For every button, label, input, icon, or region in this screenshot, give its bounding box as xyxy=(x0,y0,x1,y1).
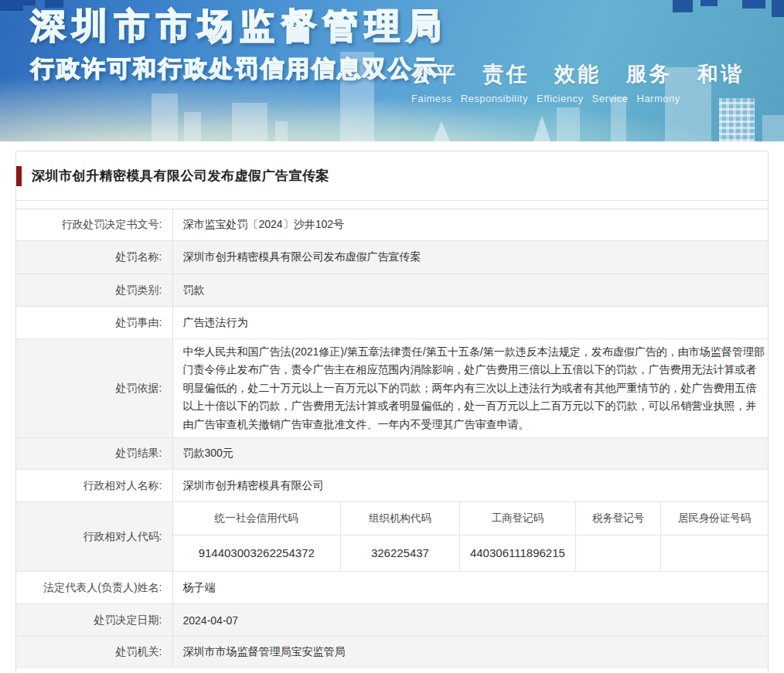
codes-value-row: 914403003262254372 326225437 44030611189… xyxy=(173,535,769,571)
slogan-chinese: 公平 责任 效能 服务 和谐 xyxy=(411,60,744,88)
header-banner: 深圳市市场监督管理局 行政许可和行政处罚信用信息双公示 公平 责任 效能 服务 … xyxy=(0,0,784,141)
table-row: 处罚决定日期: 2024-04-07 xyxy=(16,604,768,637)
codes-header-row: 统一社会信用代码 组织机构代码 工商登记码 税务登记号 居民身份证号码 xyxy=(173,502,769,535)
penalty-info-table: 行政处罚决定书文号: 深市监宝处罚〔2024〕沙井102号 处罚名称: 深圳市创… xyxy=(16,209,768,668)
decision-date-label: 处罚决定日期: xyxy=(16,604,172,637)
penalty-reason-value: 广告违法行为 xyxy=(172,307,768,339)
skyline-building xyxy=(184,112,201,141)
decision-date-value: 2024-04-07 xyxy=(172,604,768,637)
table-row: 行政相对人代码: 统一社会信用代码 组织机构代码 工商登记码 税务登记号 居民身… xyxy=(16,502,768,572)
party-name-value: 深圳市创升精密模具有限公司 xyxy=(172,470,768,502)
table-row: 处罚名称: 深圳市创升精密模具有限公司发布虚假广告宣传案 xyxy=(16,241,768,274)
table-row: 行政相对人名称: 深圳市创升精密模具有限公司 xyxy=(16,470,768,502)
credit-code-value: 914403003262254372 xyxy=(173,535,341,571)
skyline-building xyxy=(557,107,580,141)
authority-value: 深圳市市场监督管理局宝安监管局 xyxy=(172,637,768,668)
skyline-building xyxy=(275,121,288,141)
skyline-top-decoration xyxy=(0,0,23,11)
skyline-building-windows xyxy=(719,98,755,141)
penalty-type-label: 处罚类别: xyxy=(16,274,172,307)
spacer xyxy=(16,201,768,209)
table-row: 处罚机关: 深圳市市场监督管理局宝安监管局 xyxy=(16,637,768,668)
legal-rep-label: 法定代表人(负责人)姓名: xyxy=(16,572,172,604)
code-col-org-code: 组织机构代码 xyxy=(340,502,459,535)
party-name-label: 行政相对人名称: xyxy=(16,470,172,502)
skyline-top-decoration xyxy=(23,0,36,5)
penalty-basis-value: 中华人民共和国广告法(2021修正)/第五章法律责任/第五十五条/第一款违反本法… xyxy=(172,339,768,438)
party-codes-table: 统一社会信用代码 组织机构代码 工商登记码 税务登记号 居民身份证号码 9144… xyxy=(173,502,769,571)
penalty-result-label: 处罚结果: xyxy=(16,438,172,470)
code-col-tax-reg: 税务登记号 xyxy=(575,502,660,535)
skyline-top-decoration xyxy=(700,0,718,6)
skyline-building xyxy=(232,103,268,141)
skyline-tree xyxy=(533,115,551,141)
id-number-value xyxy=(660,535,768,571)
site-subtitle: 行政许可和行政处罚信用信息双公示 xyxy=(31,56,448,83)
slogan-english: Faimess Responsibility Efficiency Servic… xyxy=(411,93,744,104)
article-title-row: 深圳市创升精密模具有限公司发布虚假广告宣传案 xyxy=(16,151,768,201)
penalty-name-value: 深圳市创升精密模具有限公司发布虚假广告宣传案 xyxy=(172,241,768,274)
table-row: 行政处罚决定书文号: 深市监宝处罚〔2024〕沙井102号 xyxy=(16,209,768,241)
business-reg-value: 440306111896215 xyxy=(459,535,575,571)
party-codes-cell: 统一社会信用代码 组织机构代码 工商登记码 税务登记号 居民身份证号码 9144… xyxy=(172,502,768,572)
banner-slogan: 公平 责任 效能 服务 和谐 Faimess Responsibility Ef… xyxy=(411,60,744,104)
page-title: 深圳市创升精密模具有限公司发布虚假广告宣传案 xyxy=(32,167,329,185)
penalty-type-value: 罚款 xyxy=(172,274,768,307)
doc-no-value: 深市监宝处罚〔2024〕沙井102号 xyxy=(172,209,768,241)
code-col-id-number: 居民身份证号码 xyxy=(660,502,768,535)
org-code-value: 326225437 xyxy=(340,535,459,571)
legal-rep-value: 杨子端 xyxy=(172,572,768,604)
penalty-basis-label: 处罚依据: xyxy=(16,339,172,438)
table-row: 处罚类别: 罚款 xyxy=(16,274,768,307)
skyline-top-decoration xyxy=(772,0,784,17)
table-row: 处罚事由: 广告违法行为 xyxy=(16,307,768,339)
code-col-credit-code: 统一社会信用代码 xyxy=(173,502,341,535)
table-row: 处罚结果: 罚款300元 xyxy=(16,438,768,470)
skyline-top-decoration xyxy=(742,0,765,8)
table-row: 处罚依据: 中华人民共和国广告法(2021修正)/第五章法律责任/第五十五条/第… xyxy=(16,339,768,438)
tax-reg-value xyxy=(575,535,660,571)
party-codes-label: 行政相对人代码: xyxy=(16,502,172,572)
skyline-building xyxy=(152,93,178,141)
doc-no-label: 行政处罚决定书文号: xyxy=(16,209,172,241)
skyline-tree xyxy=(433,121,450,141)
skyline-building xyxy=(762,115,784,141)
skyline-top-decoration xyxy=(673,0,693,12)
authority-label: 处罚机关: xyxy=(16,637,172,668)
title-accent-bar xyxy=(16,166,22,186)
penalty-reason-label: 处罚事由: xyxy=(16,307,172,339)
penalty-name-label: 处罚名称: xyxy=(16,241,172,274)
content-panel: 深圳市创升精密模具有限公司发布虚假广告宣传案 行政处罚决定书文号: 深市监宝处罚… xyxy=(15,151,769,673)
site-title: 深圳市市场监督管理局 xyxy=(31,6,448,46)
code-col-business-reg: 工商登记码 xyxy=(459,502,575,535)
table-row: 法定代表人(负责人)姓名: 杨子端 xyxy=(16,572,768,604)
penalty-result-value: 罚款300元 xyxy=(172,438,768,470)
